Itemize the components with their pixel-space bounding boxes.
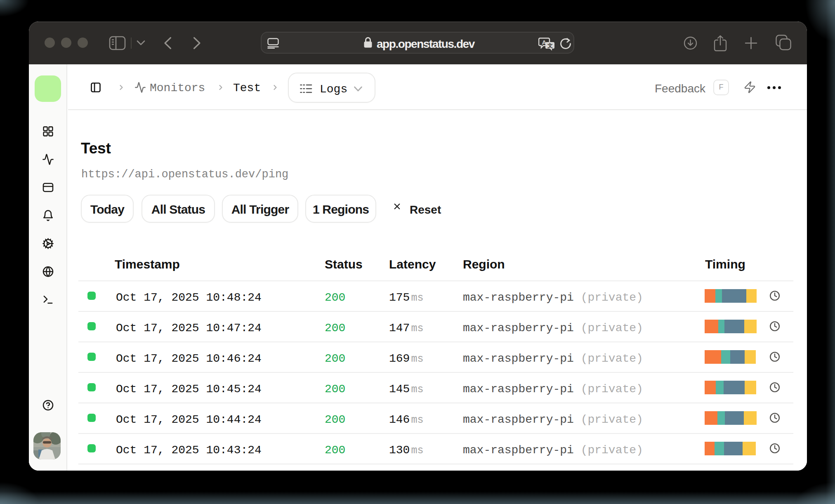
svg-text:文: 文 (547, 42, 553, 49)
